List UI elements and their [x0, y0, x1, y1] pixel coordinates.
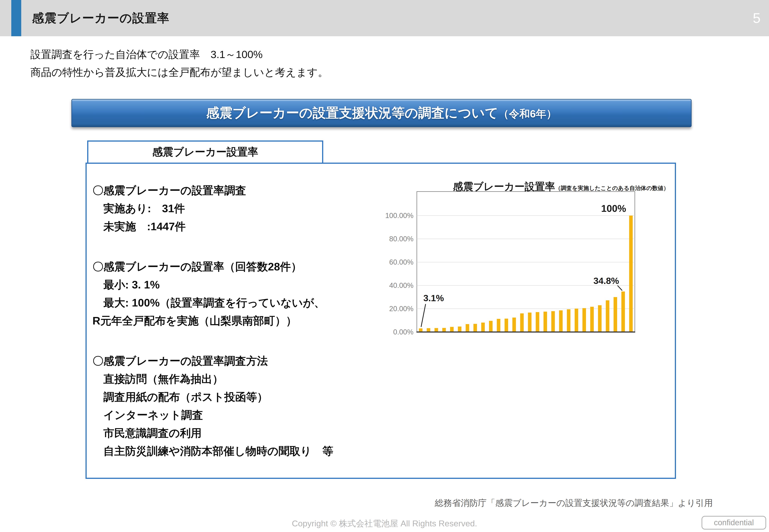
- text-line: 調査用紙の配布（ポスト投函等）: [92, 388, 423, 406]
- text-block: 〇感震ブレーカーの設置率（回答数28件） 最小: 3. 1% 最大: 100%（…: [92, 258, 423, 330]
- bar: [621, 291, 625, 332]
- text-line: 最小: 3. 1%: [92, 276, 423, 294]
- bar: [606, 300, 610, 332]
- bar: [590, 307, 594, 332]
- panel-tab: 感震ブレーカー設置率: [87, 140, 323, 164]
- header-accent-bar: [11, 0, 21, 36]
- text-line: 〇感震ブレーカーの設置率調査: [92, 181, 423, 199]
- bar: [504, 319, 508, 332]
- chart-title: 感震ブレーカー設置率（調査を実施したことのある自治体の数値）: [443, 180, 678, 194]
- installation-rate-bar-chart: 0.00%20.00%40.00%60.00%80.00%100.00%3.1%…: [385, 179, 650, 345]
- bar: [458, 327, 461, 332]
- text-line: 市民意識調査の利用: [92, 424, 423, 442]
- bar: [598, 305, 602, 332]
- intro-line-1: 設置調査を行った自治体での設置率 3.1～100%: [30, 45, 328, 63]
- bar: [528, 312, 531, 332]
- banner-title-suffix: （令和6年）: [498, 108, 557, 120]
- chart-title-main: 感震ブレーカー設置率: [453, 181, 555, 192]
- chart-title-note: （調査を実施したことのある自治体の数値）: [555, 185, 669, 191]
- bar: [481, 323, 485, 332]
- bar: [567, 309, 570, 332]
- bar: [466, 324, 469, 332]
- bar: [583, 308, 586, 332]
- text-line: 〇感震ブレーカーの設置率調査方法: [92, 352, 423, 370]
- page-number: 5: [753, 0, 761, 36]
- copyright-text: Copyright © 株式会社電池屋 All Rights Reserved.: [0, 518, 769, 529]
- confidential-badge: confidential: [702, 516, 766, 530]
- intro-text: 設置調査を行った自治体での設置率 3.1～100% 商品の特性から普及拡大には全…: [30, 45, 328, 81]
- bar: [520, 313, 524, 332]
- panel-tab-label: 感震ブレーカー設置率: [152, 146, 258, 158]
- text-line: 未実施 :1447件: [92, 217, 423, 235]
- bar: [473, 324, 477, 332]
- bar: [427, 328, 430, 332]
- bar: [551, 311, 555, 332]
- bar: [559, 310, 563, 332]
- source-citation: 総務省消防庁「感震ブレーカーの設置支援状況等の調査結果」より引用: [435, 497, 713, 509]
- bar: [543, 312, 547, 332]
- text-line: R元年全戸配布を実施（山梨県南部町））: [92, 312, 423, 330]
- bar-annotation: 3.1%: [423, 293, 444, 303]
- bar: [489, 321, 492, 332]
- panel-text-blocks: 〇感震ブレーカーの設置率調査 実施あり: 31件 未実施 :1447件〇感震ブレ…: [92, 181, 423, 482]
- text-line: 最大: 100%（設置率調査を行っていないが、: [92, 294, 423, 312]
- survey-banner: 感震ブレーカーの設置支援状況等の調査について（令和6年）: [71, 99, 692, 127]
- bar: [575, 309, 578, 332]
- bar: [450, 327, 454, 332]
- bar-annotation: 100%: [601, 203, 626, 214]
- text-line: インターネット調査: [92, 406, 423, 424]
- bar: [497, 319, 500, 332]
- text-line: 〇感震ブレーカーの設置率（回答数28件）: [92, 258, 423, 276]
- text-line: 自主防災訓練や消防本部催し物時の聞取り 等: [92, 442, 423, 460]
- bar: [512, 318, 516, 332]
- text-block: 〇感震ブレーカーの設置率調査方法 直接訪問（無作為抽出） 調査用紙の配布（ポスト…: [92, 352, 423, 460]
- bar: [629, 216, 633, 332]
- page-title: 感震ブレーカーの設置率: [32, 0, 169, 36]
- text-block: 〇感震ブレーカーの設置率調査 実施あり: 31件 未実施 :1447件: [92, 181, 423, 235]
- text-line: 直接訪問（無作為抽出）: [92, 370, 423, 388]
- bar: [434, 328, 438, 332]
- bar: [536, 312, 539, 332]
- bar: [614, 297, 617, 332]
- bar-annotation: 34.8%: [594, 276, 619, 286]
- intro-line-2: 商品の特性から普及拡大には全戸配布が望ましいと考えます。: [30, 63, 328, 81]
- bar: [442, 328, 446, 332]
- banner-title: 感震ブレーカーの設置支援状況等の調査について: [206, 106, 498, 120]
- text-line: 実施あり: 31件: [92, 199, 423, 217]
